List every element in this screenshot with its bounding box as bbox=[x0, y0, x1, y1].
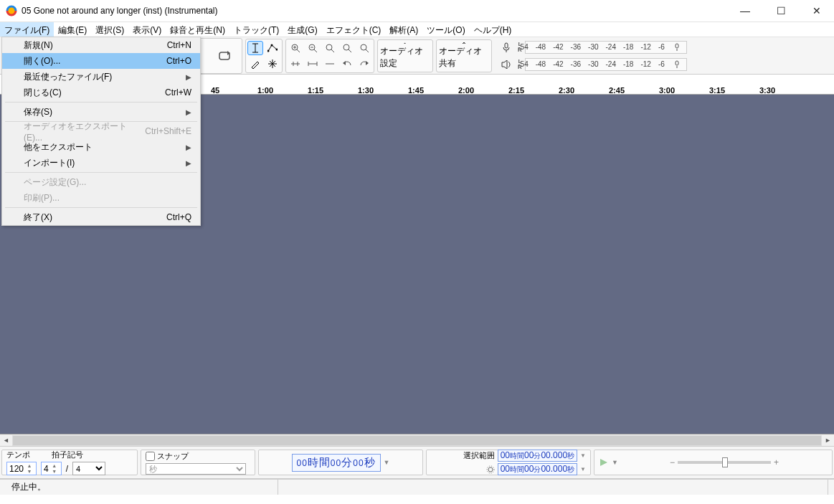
sync-lock-button[interactable] bbox=[322, 57, 338, 71]
menu-item[interactable]: ページ設定(G)... bbox=[2, 174, 200, 190]
selection-tool[interactable] bbox=[247, 41, 263, 55]
maximize-button[interactable]: ☐ bbox=[769, 5, 792, 16]
audio-share-button[interactable]: オーディオ共有 bbox=[438, 42, 490, 70]
timesig-num-input[interactable]: 4▲▼ bbox=[41, 462, 62, 475]
timesig-label: 拍子記号 bbox=[52, 450, 83, 460]
audio-share-label: オーディオ共有 bbox=[439, 45, 489, 70]
menu-file[interactable]: ファイル(F) bbox=[0, 22, 54, 37]
timesig-den-select[interactable]: 4 bbox=[72, 462, 105, 475]
menu-tools[interactable]: ツール(O) bbox=[422, 22, 469, 37]
time-display-menu-icon[interactable]: ▼ bbox=[384, 459, 390, 466]
zoom-toggle-button[interactable] bbox=[356, 41, 372, 55]
menu-item[interactable]: 新規(N)Ctrl+N bbox=[2, 37, 200, 53]
file-menu-dropdown[interactable]: 新規(N)Ctrl+N開く(O)...Ctrl+O最近使ったファイル(F)▶閉じ… bbox=[1, 37, 201, 226]
time-position-display[interactable]: 00時間 00分 00秒 bbox=[292, 454, 381, 472]
svg-line-19 bbox=[297, 49, 300, 52]
record-meter-mic-button[interactable] bbox=[498, 40, 514, 54]
fit-selection-button[interactable] bbox=[322, 41, 338, 55]
menu-select[interactable]: 選択(S) bbox=[91, 22, 128, 37]
svg-line-23 bbox=[314, 49, 317, 52]
zoom-out-button[interactable] bbox=[305, 41, 321, 55]
svg-marker-46 bbox=[502, 60, 507, 69]
menu-generate[interactable]: 生成(G) bbox=[283, 22, 321, 37]
record-meter[interactable]: -54-48-42-36-30-24-18-12-6 bbox=[525, 41, 687, 54]
snap-unit-select[interactable]: 秒 bbox=[146, 463, 246, 475]
menubar: ファイル(F) 編集(E) 選択(S) 表示(V) 録音と再生(N) トラック(… bbox=[0, 22, 834, 37]
draw-tool[interactable] bbox=[247, 57, 263, 71]
svg-point-25 bbox=[326, 44, 332, 50]
svg-rect-42 bbox=[505, 43, 508, 48]
menu-view[interactable]: 表示(V) bbox=[128, 22, 166, 37]
mic-icon bbox=[502, 42, 511, 52]
gear-icon[interactable] bbox=[486, 465, 495, 474]
svg-rect-47 bbox=[676, 61, 678, 65]
svg-marker-38 bbox=[343, 61, 346, 65]
audio-share-group: オーディオ共有 bbox=[436, 39, 492, 72]
svg-marker-39 bbox=[366, 61, 369, 65]
tempo-label: テンポ bbox=[6, 450, 30, 460]
zoom-group bbox=[285, 39, 374, 73]
svg-line-28 bbox=[349, 49, 351, 52]
play-speed-menu-icon[interactable]: ▼ bbox=[612, 459, 618, 466]
menu-item[interactable]: オーディオをエクスポート(E)...Ctrl+Shift+E bbox=[2, 123, 200, 139]
menu-transport[interactable]: 録音と再生(N) bbox=[166, 22, 229, 37]
audio-setup-button[interactable]: オーディオ設定 bbox=[379, 42, 431, 70]
svg-point-49 bbox=[488, 467, 493, 472]
menu-item[interactable]: インポート(I)▶ bbox=[2, 155, 200, 171]
scroll-thumb[interactable] bbox=[13, 436, 821, 445]
close-button[interactable]: ✕ bbox=[805, 5, 828, 16]
svg-marker-51 bbox=[600, 459, 607, 466]
scroll-right-button[interactable]: ► bbox=[822, 435, 834, 446]
scroll-left-button[interactable]: ◄ bbox=[0, 435, 12, 446]
menu-item[interactable]: 最近使ったファイル(F)▶ bbox=[2, 69, 200, 85]
redo-button[interactable] bbox=[356, 57, 372, 71]
status-text: 停止中。 bbox=[11, 481, 46, 493]
menu-analyze[interactable]: 解析(A) bbox=[385, 22, 422, 37]
playback-speed-slider[interactable] bbox=[678, 461, 771, 464]
tools-group bbox=[245, 39, 283, 73]
menu-item[interactable]: 保存(S)▶ bbox=[2, 104, 200, 120]
undo-button[interactable] bbox=[339, 57, 355, 71]
audio-setup-label: オーディオ設定 bbox=[380, 45, 430, 70]
horizontal-scrollbar[interactable]: ◄ ► bbox=[0, 434, 834, 447]
menu-item[interactable]: 終了(X)Ctrl+Q bbox=[2, 209, 200, 225]
window-title: 05 Gone not around any longer (inst) (In… bbox=[22, 6, 734, 16]
menu-item[interactable]: 閉じる(C)Ctrl+W bbox=[2, 85, 200, 100]
svg-point-29 bbox=[361, 44, 366, 50]
titlebar: 05 Gone not around any longer (inst) (In… bbox=[0, 0, 834, 22]
zoom-in-button[interactable] bbox=[288, 41, 303, 55]
tempo-input[interactable]: 120▲▼ bbox=[6, 462, 37, 475]
silence-button[interactable] bbox=[305, 57, 321, 71]
minimize-button[interactable]: — bbox=[734, 5, 757, 16]
play-meter[interactable]: -54-48-42-36-30-24-18-12-6 bbox=[525, 58, 687, 71]
play-meter-speaker-button[interactable] bbox=[498, 57, 514, 72]
speaker-icon bbox=[501, 60, 511, 69]
snap-checkbox[interactable] bbox=[146, 452, 155, 461]
svg-point-27 bbox=[343, 44, 349, 50]
audio-setup-group: オーディオ設定 bbox=[377, 39, 433, 72]
envelope-tool[interactable] bbox=[265, 41, 280, 55]
timesig-slash: / bbox=[66, 464, 68, 474]
fit-project-button[interactable] bbox=[339, 41, 355, 55]
svg-rect-44 bbox=[676, 44, 678, 48]
play-at-speed-icon[interactable] bbox=[599, 457, 609, 467]
svg-marker-40 bbox=[399, 43, 405, 44]
status-bar: 停止中。 bbox=[0, 479, 834, 495]
selection-end-display[interactable]: 00時間00分00.000秒 bbox=[498, 463, 577, 475]
menu-help[interactable]: ヘルプ(H) bbox=[470, 22, 516, 37]
menu-item[interactable]: 開く(O)...Ctrl+O bbox=[2, 53, 200, 69]
loop-button[interactable] bbox=[209, 40, 240, 72]
menu-effect[interactable]: エフェクト(C) bbox=[322, 22, 386, 37]
menu-tracks[interactable]: トラック(T) bbox=[229, 22, 283, 37]
trim-button[interactable] bbox=[288, 57, 303, 71]
multi-tool[interactable] bbox=[265, 57, 280, 71]
menu-item[interactable]: 印刷(P)... bbox=[2, 190, 200, 206]
svg-line-26 bbox=[331, 49, 334, 52]
selection-start-display[interactable]: 00時間00分00.000秒 bbox=[498, 450, 577, 462]
snap-label: スナップ bbox=[157, 451, 189, 462]
svg-point-16 bbox=[271, 44, 273, 46]
selection-label: 選択範囲 bbox=[463, 450, 495, 461]
speaker-icon bbox=[399, 42, 412, 44]
share-icon bbox=[458, 42, 470, 44]
menu-edit[interactable]: 編集(E) bbox=[54, 22, 91, 37]
